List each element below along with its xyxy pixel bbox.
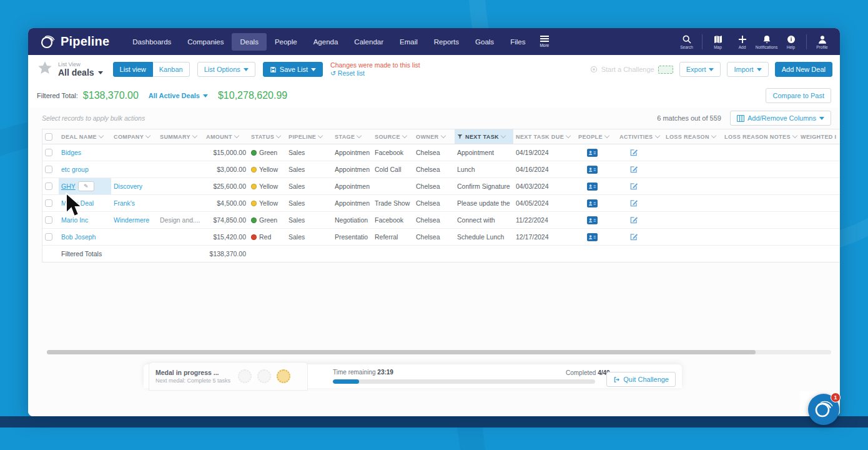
chevron-down-icon — [402, 133, 407, 138]
row-checkbox[interactable] — [45, 149, 52, 156]
row-checkbox[interactable] — [45, 233, 52, 241]
name-link[interactable]: Mario Inc — [61, 216, 88, 224]
contact-card-icon[interactable] — [587, 149, 598, 157]
cell-activities — [617, 212, 663, 228]
name-link[interactable]: Bob Joseph — [61, 233, 96, 241]
select-all-checkbox[interactable] — [45, 133, 52, 141]
add-icon[interactable]: Add — [731, 34, 754, 49]
name-link[interactable]: GHY — [61, 182, 76, 190]
column-header-company[interactable]: COMPANY — [111, 129, 157, 144]
add-new-deal-button[interactable]: Add New Deal — [775, 62, 832, 77]
quit-challenge-button[interactable]: Quit Challenge — [606, 372, 676, 387]
list-view-button[interactable]: List view — [113, 62, 153, 77]
company-link[interactable]: Windermere — [114, 216, 149, 224]
list-options-button[interactable]: List Options — [197, 62, 255, 77]
column-header-next_task[interactable]: NEXT TASK — [455, 129, 513, 144]
nav-item-reports[interactable]: Reports — [426, 33, 467, 51]
row-checkbox[interactable] — [45, 182, 52, 190]
favorite-star-icon[interactable] — [37, 60, 53, 79]
compare-to-past-button[interactable]: Compare to Past — [766, 88, 831, 103]
nav-item-companies[interactable]: Companies — [179, 33, 232, 51]
nav-item-files[interactable]: Files — [502, 33, 533, 51]
notifications-icon[interactable]: Notifications — [755, 34, 778, 49]
company-link[interactable]: Discovery — [114, 182, 142, 190]
help-icon[interactable]: iHelp — [779, 34, 802, 49]
row-checkbox[interactable] — [45, 199, 52, 207]
edit-deal-button[interactable]: ✎ — [78, 181, 94, 191]
cell-cb — [42, 195, 59, 211]
active-deals-filter[interactable]: All Active Deals — [149, 92, 208, 99]
nav-item-email[interactable]: Email — [392, 33, 426, 51]
export-button[interactable]: Export — [679, 62, 721, 77]
column-header-amount[interactable]: AMOUNT — [204, 129, 249, 144]
log-activity-icon[interactable] — [629, 165, 638, 174]
reset-list-link[interactable]: ↺ Reset list — [330, 69, 420, 78]
cell-next_task: Connect with — [455, 212, 513, 228]
horizontal-scrollbar-track[interactable] — [47, 350, 831, 354]
row-checkbox[interactable] — [45, 166, 52, 173]
nav-item-agenda[interactable]: Agenda — [305, 33, 347, 51]
cell-stage: Appointmen — [332, 178, 372, 194]
column-header-summary[interactable]: SUMMARY — [157, 129, 204, 144]
column-header-stage[interactable]: STAGE — [332, 129, 372, 144]
column-header-loss_reason_notes[interactable]: LOSS REASON NOTES — [722, 129, 798, 144]
cell-amount: $25,600.00 — [204, 178, 249, 194]
pipeline-swirl-icon — [813, 399, 834, 420]
challenge-bar: Medal in progress ... Next medal: Comple… — [144, 364, 682, 388]
column-header-activities[interactable]: ACTIVITIES — [617, 129, 663, 144]
column-header-owner[interactable]: OWNER — [413, 129, 455, 144]
nav-item-calendar[interactable]: Calendar — [346, 33, 392, 51]
cell-status: Yellow — [249, 195, 286, 211]
chat-widget-button[interactable]: 1 — [808, 394, 839, 425]
nav-item-deals[interactable]: Deals — [232, 33, 266, 51]
nav-item-dashboards[interactable]: Dashboards — [124, 33, 179, 51]
horizontal-scrollbar-thumb[interactable] — [47, 350, 756, 354]
column-header-pipeline[interactable]: PIPELINE — [286, 129, 332, 144]
add-remove-columns-button[interactable]: Add/Remove Columns — [730, 111, 831, 126]
column-header-name[interactable]: DEAL NAME — [59, 129, 111, 144]
current-list-selector[interactable]: List View All deals — [58, 61, 103, 78]
log-activity-icon[interactable] — [629, 232, 638, 241]
row-checkbox[interactable] — [45, 216, 52, 224]
contact-card-icon[interactable] — [587, 166, 598, 174]
column-header-weighted[interactable]: WEIGHTED I — [798, 129, 840, 144]
map-icon[interactable]: Map — [706, 34, 729, 49]
log-activity-icon[interactable] — [629, 199, 638, 208]
column-header-loss_reason[interactable]: LOSS REASON — [663, 129, 722, 144]
contact-card-icon[interactable] — [587, 182, 598, 191]
medal-bronze-icon — [238, 369, 252, 383]
column-header-people[interactable]: PEOPLE — [576, 129, 617, 144]
import-button[interactable]: Import — [727, 62, 768, 77]
nav-item-goals[interactable]: Goals — [467, 33, 502, 51]
kanban-view-button[interactable]: Kanban — [153, 62, 190, 77]
name-link[interactable]: Bidges — [61, 149, 81, 156]
cell-owner: Chelsea — [413, 212, 455, 228]
footer-cell-stage — [332, 246, 372, 262]
column-header-source[interactable]: SOURCE — [372, 129, 413, 144]
company-link[interactable]: Frank's — [114, 199, 135, 207]
select-all-checkbox-cell[interactable] — [42, 129, 59, 144]
brand[interactable]: Pipeline — [39, 34, 109, 50]
column-header-status[interactable]: STATUS — [249, 129, 286, 144]
search-icon[interactable]: Search — [675, 34, 698, 49]
chevron-down-icon — [244, 68, 249, 71]
column-header-next_task_due[interactable]: NEXT TASK DUE — [513, 129, 576, 144]
cell-amount: $15,420.00 — [204, 229, 249, 245]
cell-name: etc group — [59, 161, 111, 178]
contact-card-icon[interactable] — [587, 233, 598, 241]
cell-next_task_due: 04/05/2024 — [513, 195, 576, 211]
log-activity-icon[interactable] — [629, 182, 638, 191]
profile-icon[interactable]: Profile — [811, 34, 834, 49]
cell-weighted — [798, 212, 840, 228]
log-activity-icon[interactable] — [629, 216, 638, 224]
chevron-down-icon — [711, 133, 716, 138]
log-activity-icon[interactable] — [629, 148, 638, 157]
start-challenge-button[interactable]: Start a Challenge — [590, 66, 673, 74]
contact-card-icon[interactable] — [587, 199, 598, 208]
save-list-button[interactable]: Save List — [263, 62, 323, 77]
name-link[interactable]: etc group — [61, 166, 89, 173]
contact-card-icon[interactable] — [587, 216, 598, 224]
nav-item-more[interactable]: More — [533, 33, 555, 51]
nav-item-people[interactable]: People — [267, 33, 305, 51]
name-link[interactable]: Matt's Deal — [61, 199, 94, 207]
